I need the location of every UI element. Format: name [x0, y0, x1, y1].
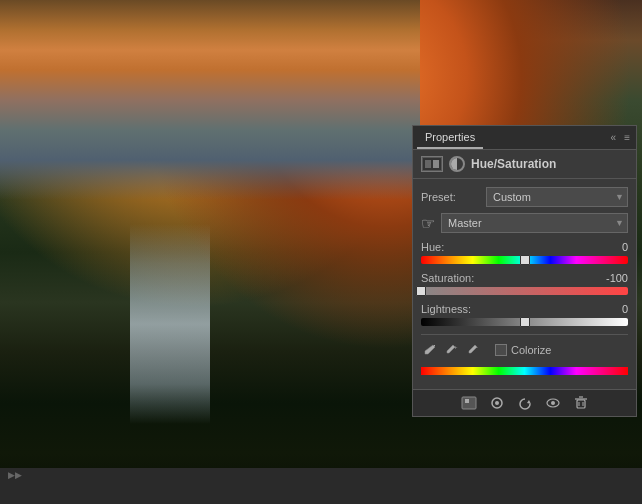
panel-content: Preset: Custom Default Sepia ▼ ☞ Master … — [413, 179, 636, 389]
preset-row: Preset: Custom Default Sepia ▼ — [421, 187, 628, 207]
svg-rect-2 — [433, 160, 439, 168]
panel-title: Hue/Saturation — [471, 157, 556, 171]
adjustment-icon — [449, 156, 465, 172]
layer-thumbnail — [421, 156, 443, 172]
bottom-bar: ▶▶ — [0, 468, 642, 482]
svg-point-12 — [551, 401, 555, 405]
saturation-track[interactable] — [421, 287, 628, 295]
panel-header: Hue/Saturation — [413, 150, 636, 179]
sky-layer — [0, 0, 420, 200]
saturation-section: Saturation: -100 — [421, 272, 628, 295]
bottom-bar-text: ▶▶ — [8, 470, 22, 480]
divider — [421, 334, 628, 335]
rainbow-bar — [421, 367, 628, 375]
view-icon[interactable] — [487, 395, 507, 411]
svg-point-9 — [495, 401, 499, 405]
hue-track[interactable] — [421, 256, 628, 264]
hue-header: Hue: 0 — [421, 241, 628, 253]
saturation-thumb[interactable] — [416, 286, 426, 296]
channel-row: ☞ Master Reds Yellows Greens Cyans Blues… — [421, 213, 628, 233]
channel-select-wrapper: Master Reds Yellows Greens Cyans Blues M… — [441, 213, 628, 233]
colorize-checkbox-group: Colorize — [495, 344, 551, 356]
delete-icon[interactable] — [571, 395, 591, 411]
lightness-label: Lightness: — [421, 303, 471, 315]
menu-icon[interactable]: ≡ — [622, 130, 632, 145]
hue-thumb[interactable] — [520, 255, 530, 265]
svg-rect-7 — [465, 399, 469, 403]
svg-text:+: + — [454, 344, 458, 350]
hue-label: Hue: — [421, 241, 444, 253]
tab-properties[interactable]: Properties — [417, 127, 483, 149]
mask-icon[interactable] — [459, 395, 479, 411]
lightness-section: Lightness: 0 — [421, 303, 628, 326]
properties-panel: Properties « ≡ Hue/Saturation Preset: Cu… — [412, 125, 637, 417]
hue-value: 0 — [593, 241, 628, 253]
eyedropper-add-icon[interactable]: + — [443, 341, 461, 359]
hand-tool-icon[interactable]: ☞ — [421, 214, 435, 233]
preset-select-wrapper: Custom Default Sepia ▼ — [486, 187, 628, 207]
eyedropper-icon[interactable] — [421, 341, 439, 359]
hue-section: Hue: 0 — [421, 241, 628, 264]
lightness-thumb[interactable] — [520, 317, 530, 327]
preset-label: Preset: — [421, 191, 486, 203]
eye-visibility-icon[interactable] — [543, 395, 563, 411]
svg-text:-: - — [476, 344, 478, 350]
saturation-header: Saturation: -100 — [421, 272, 628, 284]
reset-icon[interactable] — [515, 395, 535, 411]
colorize-label: Colorize — [511, 344, 551, 356]
saturation-label: Saturation: — [421, 272, 474, 284]
colorize-checkbox[interactable] — [495, 344, 507, 356]
channel-select[interactable]: Master Reds Yellows Greens Cyans Blues M… — [441, 213, 628, 233]
panel-tab-bar: Properties « ≡ — [413, 126, 636, 150]
preset-select[interactable]: Custom Default Sepia — [486, 187, 628, 207]
collapse-icon[interactable]: « — [609, 130, 619, 145]
eyedropper-subtract-icon[interactable]: - — [465, 341, 483, 359]
waterfall-layer — [130, 224, 210, 424]
taskbar — [0, 482, 642, 504]
svg-rect-1 — [425, 160, 431, 168]
saturation-value: -100 — [593, 272, 628, 284]
svg-marker-10 — [527, 400, 531, 404]
lightness-track[interactable] — [421, 318, 628, 326]
panel-controls: « ≡ — [609, 130, 632, 145]
svg-rect-13 — [577, 400, 585, 408]
panel-footer — [413, 389, 636, 416]
lightness-header: Lightness: 0 — [421, 303, 628, 315]
lightness-value: 0 — [593, 303, 628, 315]
tools-row: + - Colorize — [421, 341, 628, 359]
